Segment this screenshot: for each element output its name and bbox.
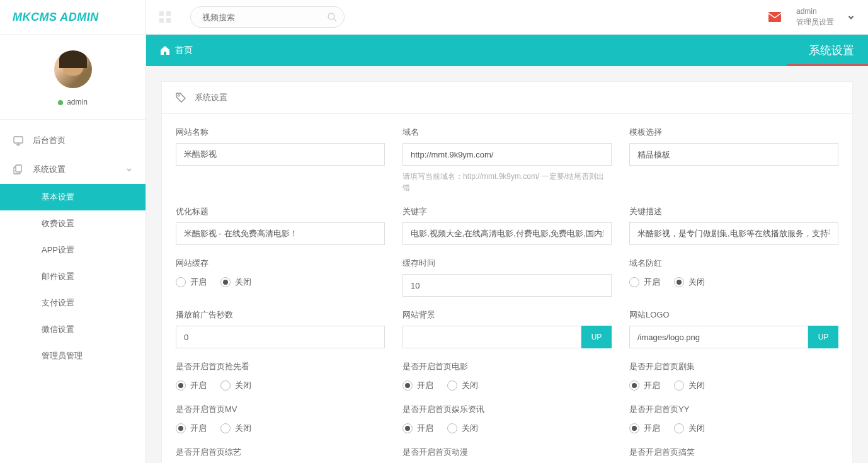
subnav: 基本设置 收费设置 APP设置 邮件设置 支付设置 微信设置 管理员管理 (0, 184, 146, 369)
label-site-name: 网站名称 (176, 127, 385, 138)
radio-mv-off[interactable]: 关闭 (220, 423, 251, 434)
mail-icon[interactable] (768, 12, 781, 22)
label-template: 模板选择 (629, 127, 838, 138)
nav-label: 系统设置 (33, 164, 66, 175)
nav-dashboard[interactable]: 后台首页 (0, 126, 146, 155)
radio-mv-on[interactable]: 开启 (176, 423, 207, 434)
label-description: 关键描述 (629, 206, 838, 217)
search-box (190, 6, 345, 28)
radio-preview-off[interactable]: 关闭 (220, 380, 251, 391)
label-bg: 网站背景 (403, 309, 612, 321)
breadcrumb-home[interactable]: 首页 (175, 45, 193, 56)
profile-name: admin (0, 98, 146, 106)
label-home-yy: 是否开启首页YY (629, 404, 838, 415)
input-seo-title[interactable] (176, 222, 385, 245)
radio-movie-on[interactable]: 开启 (403, 380, 433, 391)
svg-rect-5 (166, 18, 171, 23)
main: admin 管理员设置 首页 系统设置 (146, 0, 868, 463)
subnav-admin[interactable]: 管理员管理 (0, 343, 146, 369)
radio-yy-off[interactable]: 关闭 (674, 423, 705, 434)
svg-rect-2 (159, 11, 164, 16)
label-cache-time: 缓存时间 (403, 258, 612, 269)
grid-icon[interactable] (159, 11, 171, 23)
input-bg[interactable] (403, 326, 581, 348)
radio-antired-on[interactable]: 开启 (629, 277, 660, 288)
input-domain[interactable] (403, 143, 612, 166)
input-cache-time[interactable] (403, 274, 612, 297)
label-home-funny: 是否开启首页搞笑 (629, 447, 838, 458)
topbar: admin 管理员设置 (146, 0, 868, 35)
radio-movie-off[interactable]: 关闭 (447, 380, 478, 391)
label-anti-red: 域名防红 (629, 258, 838, 269)
label-ad-seconds: 播放前广告秒数 (176, 309, 385, 321)
topbar-right: admin 管理员设置 (768, 6, 855, 28)
label-home-anime: 是否开启首页动漫 (403, 447, 612, 458)
subnav-app[interactable]: APP设置 (0, 237, 146, 263)
label-keywords: 关键字 (403, 206, 612, 217)
radio-ent-on[interactable]: 开启 (403, 423, 433, 434)
label-cache: 网站缓存 (176, 258, 385, 269)
svg-rect-1 (16, 165, 21, 172)
radio-cache-on[interactable]: 开启 (176, 277, 207, 288)
input-logo[interactable] (629, 326, 808, 348)
copy-icon (13, 164, 24, 175)
label-seo-title: 优化标题 (176, 206, 385, 217)
logo: MKCMS ADMIN (0, 0, 146, 35)
radio-drama-on[interactable]: 开启 (629, 380, 660, 391)
card-head: 系统设置 (162, 82, 852, 114)
radio-antired-off[interactable]: 关闭 (674, 277, 705, 288)
radio-yy-on[interactable]: 开启 (629, 423, 660, 434)
home-icon (160, 45, 170, 55)
svg-rect-3 (166, 11, 171, 16)
subnav-basic[interactable]: 基本设置 (0, 184, 146, 210)
label-home-movie: 是否开启首页电影 (403, 361, 612, 372)
svg-point-8 (178, 94, 179, 96)
radio-preview-on[interactable]: 开启 (176, 380, 207, 391)
svg-point-6 (328, 13, 334, 20)
radio-cache-off[interactable]: 关闭 (220, 277, 251, 288)
input-ad-seconds[interactable] (176, 326, 385, 348)
nav: 后台首页 系统设置 基本设置 收费设置 APP设置 邮件设置 支付设置 微信设置… (0, 120, 146, 369)
upload-logo-button[interactable]: UP (808, 326, 838, 348)
page-title: 系统设置 (809, 43, 854, 58)
label-domain: 域名 (403, 127, 612, 138)
status-dot-icon (58, 100, 63, 105)
radio-drama-off[interactable]: 关闭 (674, 380, 705, 391)
card-title: 系统设置 (195, 92, 227, 103)
user-text: admin 管理员设置 (796, 6, 834, 28)
label-logo: 网站LOGO (629, 309, 838, 321)
monitor-icon (13, 135, 24, 146)
subnav-charge[interactable]: 收费设置 (0, 210, 146, 237)
subnav-wechat[interactable]: 微信设置 (0, 316, 146, 343)
label-home-variety: 是否开启首页综艺 (176, 447, 385, 458)
chevron-down-icon (847, 13, 855, 21)
subnav-mail[interactable]: 邮件设置 (0, 263, 146, 290)
input-keywords[interactable] (403, 222, 612, 245)
radio-ent-off[interactable]: 关闭 (447, 423, 478, 434)
input-description[interactable] (629, 222, 838, 245)
user-menu[interactable]: admin 管理员设置 (796, 6, 855, 28)
form: 网站名称 域名 请填写当前域名：http://mmt.9k9ym.com/ 一定… (162, 114, 852, 463)
avatar[interactable] (54, 50, 92, 88)
nav-settings[interactable]: 系统设置 (0, 155, 146, 184)
upload-bg-button[interactable]: UP (581, 326, 612, 348)
profile: admin (0, 35, 146, 120)
select-template[interactable]: 精品模板 (629, 143, 838, 166)
label-home-ent: 是否开启首页娱乐资讯 (403, 404, 612, 415)
search-icon[interactable] (327, 12, 337, 22)
search-input[interactable] (190, 6, 345, 28)
svg-rect-4 (159, 18, 164, 23)
tag-icon (176, 93, 186, 103)
content: 系统设置 网站名称 域名 请填写当前域名：http://mmt.9k9ym.co… (146, 66, 868, 463)
subnav-pay[interactable]: 支付设置 (0, 290, 146, 316)
header-underline (787, 64, 868, 66)
label-home-drama: 是否开启首页剧集 (629, 361, 838, 372)
hint-domain: 请填写当前域名：http://mmt.9k9ym.com/ 一定要/结尾否则出错 (403, 171, 612, 193)
page-header: 首页 系统设置 (146, 35, 868, 66)
chevron-down-icon (125, 166, 133, 173)
svg-rect-7 (768, 12, 781, 22)
label-home-preview: 是否开启首页抢先看 (176, 361, 385, 372)
input-site-name[interactable] (176, 143, 385, 166)
card: 系统设置 网站名称 域名 请填写当前域名：http://mmt.9k9ym.co… (161, 81, 853, 463)
nav-label: 后台首页 (33, 135, 66, 146)
